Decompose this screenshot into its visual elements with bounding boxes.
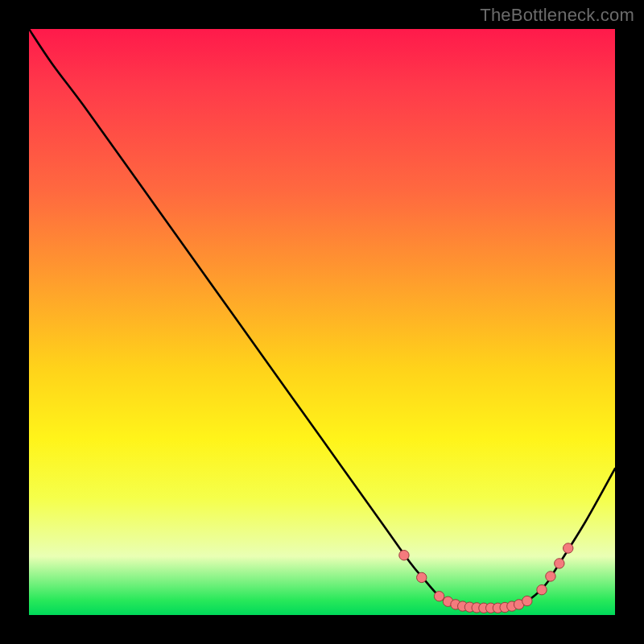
curve-marker (399, 551, 409, 560)
curve-marker (417, 572, 427, 582)
curve-marker (434, 592, 444, 601)
watermark-text: TheBottleneck.com (480, 5, 634, 26)
curve-marker (546, 572, 555, 581)
curve-marker (537, 585, 547, 595)
curve-marker (522, 596, 532, 605)
curve-markers (399, 543, 573, 613)
bottleneck-curve (29, 29, 615, 608)
curve-marker (555, 559, 564, 568)
curve-marker (564, 543, 573, 553)
plot-area (29, 29, 615, 615)
chart-stage: TheBottleneck.com (0, 0, 644, 644)
chart-overlay (29, 29, 615, 615)
